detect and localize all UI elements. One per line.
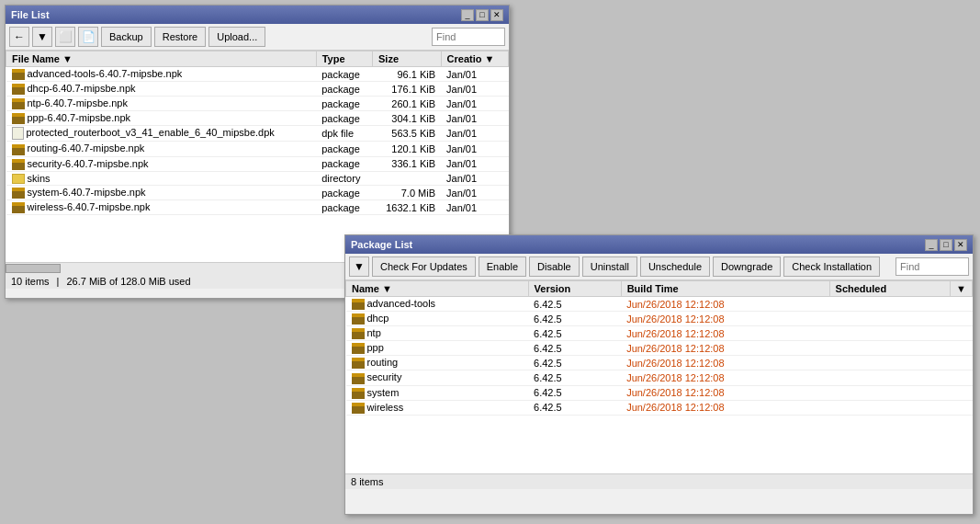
table-row[interactable]: security-6.40.7-mipsbe.npk package 336.1… (6, 156, 509, 171)
col-extra[interactable]: ▼ (951, 281, 973, 297)
cell-extra (951, 400, 973, 415)
enable-button[interactable]: Enable (479, 256, 526, 277)
table-row[interactable]: system 6.42.5 Jun/26/2018 12:12:08 (346, 385, 973, 400)
file-list-table-container[interactable]: File Name ▼ Type Size Creatio ▼ advanced… (6, 51, 509, 262)
minimize-button[interactable]: _ (461, 9, 474, 21)
package-list-window-controls: _ □ ✕ (925, 239, 967, 251)
cell-scheduled (829, 356, 951, 370)
cell-creation: Jan/01 (441, 142, 508, 156)
table-row[interactable]: routing 6.42.5 Jun/26/2018 12:12:08 (346, 356, 973, 370)
check-installation-button[interactable]: Check Installation (783, 256, 880, 277)
table-row[interactable]: wireless-6.40.7-mipsbe.npk package 1632.… (6, 200, 509, 215)
col-type[interactable]: Type (316, 51, 372, 67)
pkg-filter-button[interactable]: ▼ (349, 256, 369, 277)
cell-creation: Jan/01 (441, 67, 508, 82)
table-row[interactable]: security 6.42.5 Jun/26/2018 12:12:08 (346, 370, 973, 385)
cell-creation: Jan/01 (441, 171, 508, 186)
table-row[interactable]: dhcp 6.42.5 Jun/26/2018 12:12:08 (346, 312, 973, 326)
cell-creation: Jan/01 (441, 111, 508, 126)
pkg-count: 8 items (351, 476, 383, 487)
file-list-table-header: File Name ▼ Type Size Creatio ▼ (6, 51, 509, 67)
cell-filename: advanced-tools-6.40.7-mipsbe.npk (6, 67, 317, 82)
table-row[interactable]: system-6.40.7-mipsbe.npk package 7.0 MiB… (6, 186, 509, 200)
cell-extra (951, 370, 973, 385)
table-row[interactable]: protected_routerboot_v3_41_enable_6_40_m… (6, 126, 509, 142)
close-button[interactable]: ✕ (490, 9, 503, 21)
file-count: 10 items (11, 276, 50, 287)
restore-button[interactable]: Restore (154, 27, 207, 47)
col-size[interactable]: Size (373, 51, 442, 67)
cell-type: directory (316, 171, 372, 186)
table-row[interactable]: advanced-tools 6.42.5 Jun/26/2018 12:12:… (346, 297, 973, 312)
cell-size: 1632.1 KiB (373, 200, 442, 215)
storage-info: 26.7 MiB of 128.0 MiB used (66, 276, 190, 287)
table-row[interactable]: dhcp-6.40.7-mipsbe.npk package 176.1 KiB… (6, 82, 509, 97)
copy-button[interactable]: ⬜ (55, 27, 75, 47)
cell-extra (951, 326, 973, 341)
table-row[interactable]: routing-6.40.7-mipsbe.npk package 120.1 … (6, 142, 509, 156)
table-row[interactable]: ntp 6.42.5 Jun/26/2018 12:12:08 (346, 326, 973, 341)
cell-creation: Jan/01 (441, 156, 508, 171)
pkg-maximize-button[interactable]: □ (940, 239, 952, 251)
col-scheduled[interactable]: Scheduled (829, 281, 951, 297)
cell-creation: Jan/01 (441, 186, 508, 200)
backup-button[interactable]: Backup (101, 27, 152, 47)
cell-filename: security-6.40.7-mipsbe.npk (6, 156, 317, 171)
cell-build-time: Jun/26/2018 12:12:08 (621, 370, 829, 385)
col-version[interactable]: Version (528, 281, 621, 297)
package-list-table-container[interactable]: Name ▼ Version Build Time Scheduled ▼ ad… (345, 280, 973, 473)
cell-size: 120.1 KiB (373, 142, 442, 156)
cell-pkg-name: system (346, 385, 529, 400)
pkg-close-button[interactable]: ✕ (954, 239, 967, 251)
upload-button[interactable]: Upload... (208, 27, 265, 47)
cell-pkg-name: security (346, 370, 529, 385)
cell-pkg-name: ntp (346, 326, 529, 341)
cell-size: 563.5 KiB (373, 126, 442, 142)
cell-scheduled (829, 297, 951, 312)
cell-filename: ntp-6.40.7-mipsbe.npk (6, 97, 317, 111)
pkg-search[interactable] (896, 257, 969, 276)
cell-creation: Jan/01 (441, 126, 508, 142)
downgrade-button[interactable]: Downgrade (713, 256, 781, 277)
table-row[interactable]: ntp-6.40.7-mipsbe.npk package 260.1 KiB … (6, 97, 509, 111)
cell-type: package (316, 142, 372, 156)
table-row[interactable]: ppp 6.42.5 Jun/26/2018 12:12:08 (346, 341, 973, 356)
cell-size: 7.0 MiB (373, 186, 442, 200)
filter-button[interactable]: ▼ (32, 27, 52, 47)
col-filename[interactable]: File Name ▼ (6, 51, 317, 67)
arrow-left-button[interactable]: ← (9, 27, 29, 47)
col-build-time[interactable]: Build Time (621, 281, 829, 297)
paste-icon: 📄 (82, 30, 96, 43)
cell-size (373, 171, 442, 186)
cell-type: package (316, 67, 372, 82)
maximize-button[interactable]: □ (476, 9, 489, 21)
cell-size: 176.1 KiB (373, 82, 442, 97)
cell-pkg-name: dhcp (346, 312, 529, 326)
paste-button[interactable]: 📄 (78, 27, 98, 47)
cell-size: 260.1 KiB (373, 97, 442, 111)
pkg-minimize-button[interactable]: _ (925, 239, 938, 251)
cell-pkg-name: ppp (346, 341, 529, 356)
cell-version: 6.42.5 (528, 326, 621, 341)
uninstall-button[interactable]: Uninstall (582, 256, 637, 277)
pkg-sort-arrow: ▼ (382, 283, 392, 294)
package-list-tbody: advanced-tools 6.42.5 Jun/26/2018 12:12:… (346, 297, 973, 416)
unschedule-button[interactable]: Unschedule (640, 256, 710, 277)
cell-version: 6.42.5 (528, 385, 621, 400)
file-list-title: File List (11, 9, 50, 20)
scrollbar-thumb[interactable] (6, 264, 61, 273)
cell-pkg-name: wireless (346, 400, 529, 415)
file-list-search[interactable] (432, 28, 505, 46)
table-row[interactable]: advanced-tools-6.40.7-mipsbe.npk package… (6, 67, 509, 82)
cell-build-time: Jun/26/2018 12:12:08 (621, 297, 829, 312)
table-row[interactable]: wireless 6.42.5 Jun/26/2018 12:12:08 (346, 400, 973, 415)
col-pkg-name[interactable]: Name ▼ (346, 281, 529, 297)
cell-version: 6.42.5 (528, 356, 621, 370)
check-updates-button[interactable]: Check For Updates (372, 256, 476, 277)
table-row[interactable]: ppp-6.40.7-mipsbe.npk package 304.1 KiB … (6, 111, 509, 126)
package-list-toolbar: ▼ Check For Updates Enable Disable Unins… (345, 254, 973, 280)
disable-button[interactable]: Disable (529, 256, 580, 277)
table-row[interactable]: skins directory Jan/01 (6, 171, 509, 186)
cell-version: 6.42.5 (528, 297, 621, 312)
col-creation[interactable]: Creatio ▼ (441, 51, 508, 67)
